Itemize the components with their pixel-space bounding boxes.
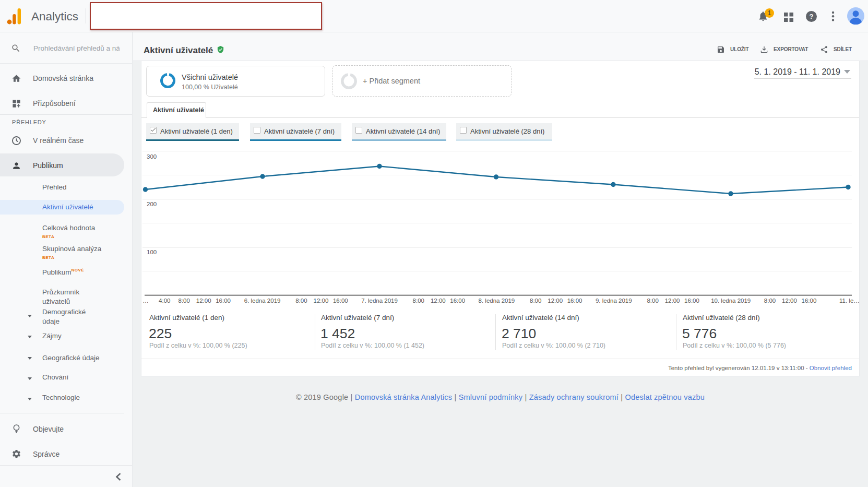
svg-text:12:00: 12:00 xyxy=(314,298,329,304)
svg-text:9. ledna 2019: 9. ledna 2019 xyxy=(596,298,632,304)
svg-text:8:00: 8:00 xyxy=(530,298,541,304)
svg-text:16:00: 16:00 xyxy=(802,298,817,304)
svg-text:12:00: 12:00 xyxy=(548,298,563,304)
svg-text:…: … xyxy=(142,298,149,304)
svg-text:100: 100 xyxy=(147,249,157,255)
svg-text:16:00: 16:00 xyxy=(450,298,465,304)
svg-text:11. le…: 11. le… xyxy=(839,298,860,304)
svg-text:8:00: 8:00 xyxy=(647,298,658,304)
svg-text:200: 200 xyxy=(147,201,157,207)
svg-text:?: ? xyxy=(810,13,814,20)
svg-text:8:00: 8:00 xyxy=(413,298,424,304)
svg-text:8:00: 8:00 xyxy=(295,298,307,304)
svg-text:16:00: 16:00 xyxy=(333,298,348,304)
svg-text:8. ledna 2019: 8. ledna 2019 xyxy=(479,298,515,304)
svg-text:6. ledna 2019: 6. ledna 2019 xyxy=(244,298,281,304)
svg-text:12:00: 12:00 xyxy=(782,298,797,304)
svg-text:8:00: 8:00 xyxy=(179,298,190,304)
svg-text:8:00: 8:00 xyxy=(764,298,776,304)
svg-text:4:00: 4:00 xyxy=(159,298,170,304)
svg-text:12:00: 12:00 xyxy=(665,298,680,304)
svg-text:16:00: 16:00 xyxy=(216,298,231,304)
svg-text:16:00: 16:00 xyxy=(684,298,699,304)
svg-text:16:00: 16:00 xyxy=(567,298,582,304)
svg-text:10. ledna 2019: 10. ledna 2019 xyxy=(711,298,751,304)
svg-text:7. ledna 2019: 7. ledna 2019 xyxy=(361,298,398,304)
svg-text:12:00: 12:00 xyxy=(196,298,211,304)
svg-text:12:00: 12:00 xyxy=(431,298,446,304)
svg-text:300: 300 xyxy=(147,153,157,160)
